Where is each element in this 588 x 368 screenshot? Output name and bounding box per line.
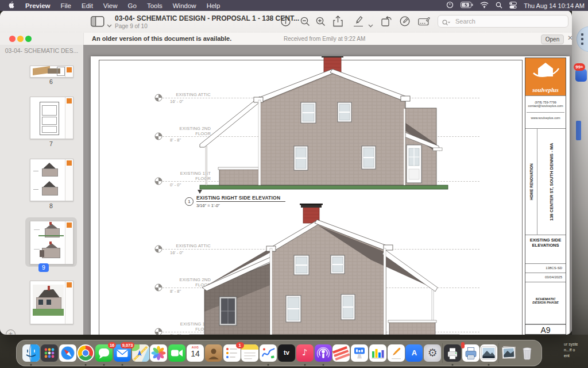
version-banner: An older version of this document is ava… — [83, 33, 572, 45]
thumbnail-sidebar: 03-04- SCHEMATIC DES... 6 7 8 — [0, 45, 84, 335]
brand-name: soulveplus — [525, 87, 566, 93]
fill-sign-button[interactable] — [418, 17, 431, 28]
dock-contacts-icon[interactable] — [205, 344, 222, 362]
control-center-icon[interactable] — [509, 2, 517, 10]
dock-mail-icon[interactable]: 9,073 — [114, 344, 131, 362]
page-number-6: 6 — [30, 78, 72, 85]
menu-window[interactable]: Window — [168, 2, 202, 9]
dock-maps-icon[interactable] — [132, 344, 149, 362]
banner-close-icon[interactable]: ✕ — [567, 34, 572, 42]
apple-menu-icon[interactable] — [0, 1, 20, 10]
menu-file[interactable]: File — [55, 2, 76, 9]
minimize-window-button[interactable] — [17, 36, 24, 42]
level-elevation: 8' - 8" — [170, 137, 181, 143]
contact-cell: (978) 759-7799 contact@soulveplus.com ww… — [525, 96, 566, 129]
menu-go[interactable]: Go — [123, 2, 142, 9]
dock-keynote-icon[interactable] — [351, 344, 368, 362]
add-page-button[interactable]: + — [6, 329, 16, 335]
spot-elevation-marker — [198, 190, 202, 194]
zoom-window-button[interactable] — [25, 36, 32, 42]
dock-photos-icon[interactable] — [150, 344, 167, 362]
level-head-symbol — [154, 94, 163, 102]
dock-preview-document-icon[interactable] — [480, 344, 497, 362]
desktop-blue-strip — [576, 121, 581, 140]
menu-view[interactable]: View — [98, 2, 123, 9]
menu-help[interactable]: Help — [202, 2, 226, 9]
zoom-in-button[interactable] — [316, 17, 326, 29]
dock-news-icon[interactable] — [332, 344, 350, 362]
dock-chrome-icon[interactable] — [77, 344, 94, 362]
dock-printer-icon[interactable] — [444, 344, 461, 362]
menu-edit[interactable]: Edit — [76, 2, 98, 9]
page-indicator: Page 9 of 10 — [115, 23, 148, 29]
title-block: soulveplus (978) 759-7799 contact@soulve… — [525, 57, 566, 335]
page-thumbnail-6[interactable] — [30, 66, 74, 78]
mail-badge: 9,073 — [121, 342, 134, 348]
titlebar-left-zone — [0, 33, 83, 45]
rotate-button[interactable] — [381, 16, 392, 29]
battery-icon[interactable] — [461, 2, 473, 9]
dock-numbers-icon[interactable] — [369, 344, 386, 362]
dock-tv-icon[interactable]: tv — [278, 344, 295, 362]
wifi-icon[interactable] — [480, 2, 489, 9]
dock-music-icon[interactable]: ♪ — [296, 344, 314, 362]
markup-pen-button[interactable] — [353, 16, 364, 29]
dock-safari-icon[interactable] — [59, 344, 76, 362]
dock-messages-icon[interactable]: 16 — [95, 344, 113, 362]
menu-tools[interactable]: Tools — [142, 2, 168, 9]
sidebar-chevron-down-icon[interactable] — [107, 20, 112, 30]
preview-window: 03-04- SCHEMATIC DESIGN - PROPOSAL 1 - 1… — [0, 10, 572, 335]
menubar-clock[interactable]: Thu Aug 14 10:14 AM — [524, 2, 585, 9]
info-button[interactable] — [281, 17, 291, 29]
desktop-text-fragment: n...ff o — [564, 347, 575, 353]
page-thumbnail-7[interactable] — [30, 97, 74, 139]
page-thumbnail-9[interactable] — [30, 221, 74, 264]
dock-notes-icon[interactable] — [241, 344, 258, 362]
search-input[interactable] — [438, 15, 568, 28]
menu-app-name[interactable]: Preview — [20, 2, 55, 9]
desktop-notification-icon[interactable] — [575, 69, 587, 82]
focus-mode-icon[interactable] — [446, 1, 454, 10]
spotlight-icon[interactable] — [496, 2, 502, 10]
sidebar-toggle-button[interactable] — [91, 16, 105, 29]
document-scroll-area[interactable]: EXISTING ATTIC 16' - 0" EXISTING 2ND FLO… — [83, 45, 572, 335]
printer-badge — [461, 342, 465, 348]
page-thumbnail-8[interactable] — [30, 159, 74, 201]
dock-appstore-icon[interactable]: A — [405, 344, 423, 362]
dock-print-queue-icon[interactable] — [462, 344, 479, 362]
page-number-8: 8 — [30, 202, 72, 209]
desktop-notification-badge: 99+ — [574, 63, 585, 71]
dock-downloads-stack-icon[interactable] — [500, 344, 517, 362]
elevation-drawing-left-side — [167, 204, 465, 335]
desktop-text-fragment: ent — [564, 353, 570, 359]
banner-message: An older version of this document is ava… — [92, 35, 231, 42]
open-version-button[interactable]: Open — [541, 34, 564, 44]
project-name: HOME RENOVATION — [525, 129, 537, 235]
close-window-button[interactable] — [9, 36, 16, 42]
elevation-drawing-right-side — [195, 56, 454, 192]
dock-trash-icon[interactable] — [519, 344, 536, 362]
dock-launchpad-icon[interactable] — [41, 344, 58, 362]
firm-email: contact@soulveplus.com — [525, 104, 566, 108]
desktop-right-strip — [572, 10, 588, 335]
dock-freeform-icon[interactable] — [260, 344, 277, 362]
dock-facetime-icon[interactable] — [168, 344, 185, 362]
project-cell: HOME RENOVATION 138 CENTER ST, SOUTH DEN… — [525, 129, 566, 235]
level-head-symbol — [154, 245, 163, 253]
sheet-date: 03/04/2025 — [525, 273, 566, 282]
dock-pages-icon[interactable] — [388, 344, 405, 362]
annotate-button[interactable] — [400, 16, 410, 29]
dock-finder-icon[interactable] — [22, 344, 40, 362]
level-head-symbol — [154, 328, 163, 335]
markup-chevron-icon[interactable] — [368, 20, 373, 30]
zoom-out-button[interactable] — [300, 17, 310, 29]
page-thumbnail-10[interactable] — [30, 281, 74, 324]
dock-podcasts-icon[interactable] — [315, 344, 332, 362]
dock-divider — [498, 343, 499, 363]
dock-calendar-icon[interactable]: AUG 14 — [187, 344, 204, 362]
dock-settings-icon[interactable]: ⚙ — [424, 344, 441, 362]
dock-reminders-icon[interactable]: 1 — [223, 344, 241, 362]
share-button[interactable] — [333, 16, 343, 29]
gear-icon: ⚙ — [424, 346, 441, 359]
tv-label: tv — [278, 349, 295, 356]
